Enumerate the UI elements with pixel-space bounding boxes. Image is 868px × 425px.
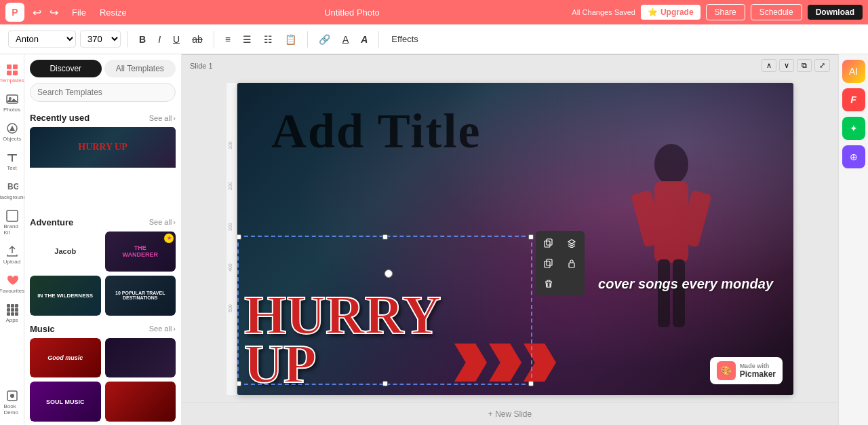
list-item[interactable]: Jacob xyxy=(30,232,101,272)
font-family-select[interactable]: Anton xyxy=(8,31,76,48)
music-grid: Good music SOUL MUSIC xyxy=(30,338,176,422)
sidebar-item-objects[interactable]: Objects xyxy=(1,118,23,146)
sidebar-item-label: Templates xyxy=(0,77,24,84)
sidebar-item-templates[interactable]: Templates xyxy=(1,60,23,88)
copy-button[interactable] xyxy=(538,234,559,253)
prev-slide-button[interactable]: ∧ xyxy=(762,59,776,72)
canvas-title[interactable]: Add Title xyxy=(271,103,481,160)
sidebar-item-bookdemo[interactable]: Book Demo xyxy=(1,386,23,420)
tab-all-templates[interactable]: All Templates xyxy=(104,60,176,77)
sidebar-item-label: Apps xyxy=(5,317,18,323)
picmaker-brand-label: Picmaker xyxy=(740,369,776,379)
green-button[interactable]: ✦ xyxy=(842,117,865,140)
list-item[interactable]: THEWANDERER ★ xyxy=(105,232,176,272)
context-menu-row-2 xyxy=(538,254,582,273)
document-title[interactable]: Untitled Photo xyxy=(138,7,567,18)
list-item[interactable]: 10 POPULAR TRAVEL DESTINATIONS xyxy=(105,276,176,316)
rotation-handle[interactable] xyxy=(384,270,393,278)
list-item[interactable] xyxy=(105,338,176,378)
align-center-button[interactable]: ☰ xyxy=(239,31,256,48)
chevron-right-icon: › xyxy=(173,325,176,333)
list-item[interactable] xyxy=(105,382,176,422)
redo-button[interactable]: ↪ xyxy=(47,5,61,20)
sidebar-item-brandkit[interactable]: Brand Kit xyxy=(1,206,23,240)
see-all-recently[interactable]: See all › xyxy=(149,114,176,122)
duplicate-button[interactable] xyxy=(538,254,559,273)
ai-button[interactable]: AI xyxy=(842,60,865,83)
arrow-3 xyxy=(524,344,556,382)
svg-text:500: 500 xyxy=(228,304,233,312)
font-button[interactable]: F xyxy=(842,88,865,111)
recently-used-grid: HURRY UP xyxy=(30,127,176,209)
sidebar-item-favourites[interactable]: Favourites xyxy=(1,270,23,298)
context-menu-row-3 xyxy=(538,274,582,293)
underline-button[interactable]: U xyxy=(169,31,184,48)
file-menu[interactable]: File xyxy=(66,6,92,19)
download-button[interactable]: Download xyxy=(808,5,863,20)
picmaker-badge: 🎨 Made with Picmaker xyxy=(710,357,783,384)
fullscreen-button[interactable]: ⤢ xyxy=(814,59,830,72)
link-button[interactable]: 🔗 xyxy=(315,31,334,48)
copy-slide-button[interactable]: ⧉ xyxy=(797,59,812,72)
lock-button[interactable] xyxy=(561,254,582,273)
canvas-area: 100 200 300 400 500 600 700 800 900 1000… xyxy=(182,54,838,425)
purple-button[interactable]: ⊕ xyxy=(842,145,865,168)
slide-label: Slide 1 xyxy=(190,62,213,70)
add-slide-bar[interactable]: + New Slide xyxy=(182,402,838,425)
divider-4 xyxy=(378,31,379,48)
sidebar-item-apps[interactable]: Apps xyxy=(1,299,23,327)
canvas-frame[interactable]: Add Title cover songs every monday HURRY… xyxy=(237,83,793,395)
layers-button[interactable] xyxy=(561,234,582,253)
effects-button[interactable]: Effects xyxy=(386,31,424,47)
text-color-button[interactable]: A xyxy=(338,31,353,48)
section-title-recently: Recently used xyxy=(30,113,90,123)
tab-discover[interactable]: Discover xyxy=(30,60,102,77)
list-item[interactable]: Good music xyxy=(30,338,101,378)
numbered-list-button[interactable]: 📋 xyxy=(281,31,300,48)
premium-badge: ★ xyxy=(164,234,174,243)
upgrade-button[interactable]: ⭐ Upgrade xyxy=(641,5,701,20)
hurry-up-text[interactable]: HURRY UP xyxy=(244,291,441,388)
bold-button[interactable]: B xyxy=(135,31,150,48)
see-all-music[interactable]: See all › xyxy=(149,325,176,333)
undo-button[interactable]: ↩ xyxy=(30,5,44,20)
app-logo[interactable]: P xyxy=(5,3,24,22)
sidebar-item-label: Photos xyxy=(3,107,20,113)
list-item[interactable]: HURRY UP xyxy=(30,127,176,209)
italic-button[interactable]: I xyxy=(154,31,165,48)
sidebar-item-photos[interactable]: Photos xyxy=(1,89,23,117)
bullet-list-button[interactable]: ☷ xyxy=(260,31,277,48)
canvas-wrapper: 100 200 300 400 500 xyxy=(182,76,838,402)
sidebar-item-label: Text xyxy=(7,165,17,171)
svg-rect-45 xyxy=(569,263,574,267)
delete-button[interactable] xyxy=(538,274,559,293)
sidebar-item-upload[interactable]: Upload xyxy=(1,241,23,269)
sidebar-item-label: Book Demo xyxy=(4,403,20,415)
strikethrough-button[interactable]: ab xyxy=(188,31,207,48)
canvas-subtitle[interactable]: cover songs every monday xyxy=(598,276,773,292)
templates-panel: Discover All Templates Recently used See… xyxy=(24,54,182,425)
performer-silhouette xyxy=(604,137,739,354)
search-input[interactable] xyxy=(30,83,176,102)
list-item[interactable]: SOUL MUSIC xyxy=(30,382,101,422)
schedule-button[interactable]: Schedule xyxy=(751,4,802,20)
sidebar-item-label: Background xyxy=(0,194,26,200)
purple-icon: ⊕ xyxy=(850,151,858,162)
sidebar-item-background[interactable]: BG Background xyxy=(1,177,23,204)
section-music: Music See all › xyxy=(30,324,176,334)
svg-point-35 xyxy=(654,144,688,185)
text-style-button[interactable]: A xyxy=(357,31,372,48)
see-all-adventure[interactable]: See all › xyxy=(149,218,176,226)
align-left-button[interactable]: ≡ xyxy=(221,31,235,48)
made-with-label: Made with xyxy=(740,363,776,369)
main-layout: Templates Photos Objects Text BG Backgro… xyxy=(0,54,868,425)
sidebar-item-text[interactable]: Text xyxy=(1,147,23,175)
next-slide-button[interactable]: ∨ xyxy=(779,59,794,72)
chevron-right-icon: › xyxy=(173,218,176,226)
share-button[interactable]: Share xyxy=(706,4,745,20)
resize-menu[interactable]: Resize xyxy=(94,6,132,19)
save-status: All Changes Saved xyxy=(572,8,635,16)
font-size-select[interactable]: 370 xyxy=(80,31,121,48)
list-item[interactable]: IN THE WILDERNESS xyxy=(30,276,101,316)
svg-rect-3 xyxy=(13,71,18,75)
